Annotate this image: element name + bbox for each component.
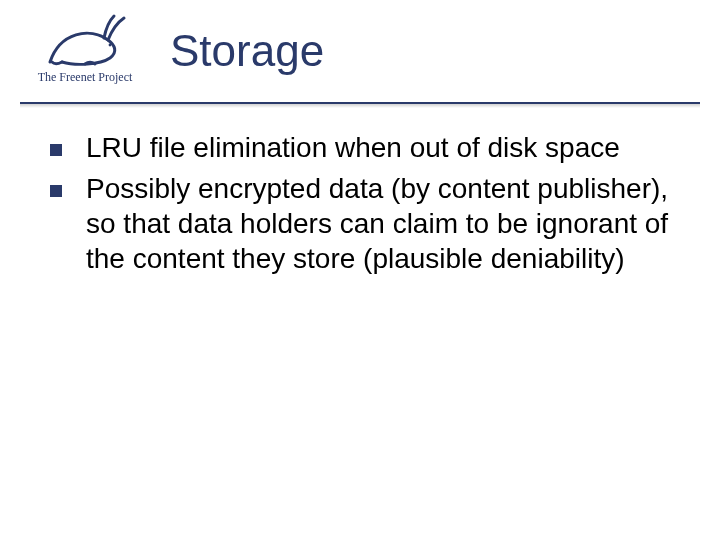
rabbit-icon bbox=[40, 12, 130, 68]
square-bullet-icon bbox=[50, 185, 62, 197]
header-divider bbox=[20, 102, 700, 108]
bullet-text: Possibly encrypted data (by content publ… bbox=[86, 171, 690, 276]
logo: The Freenet Project bbox=[20, 12, 150, 85]
logo-caption: The Freenet Project bbox=[20, 70, 150, 85]
slide-title: Storage bbox=[170, 26, 324, 76]
list-item: LRU file elimination when out of disk sp… bbox=[50, 130, 690, 165]
list-item: Possibly encrypted data (by content publ… bbox=[50, 171, 690, 276]
slide-header: The Freenet Project Storage bbox=[0, 0, 720, 122]
slide: The Freenet Project Storage LRU file eli… bbox=[0, 0, 720, 540]
bullet-text: LRU file elimination when out of disk sp… bbox=[86, 130, 620, 165]
slide-body: LRU file elimination when out of disk sp… bbox=[50, 130, 690, 282]
square-bullet-icon bbox=[50, 144, 62, 156]
svg-point-0 bbox=[109, 44, 112, 47]
